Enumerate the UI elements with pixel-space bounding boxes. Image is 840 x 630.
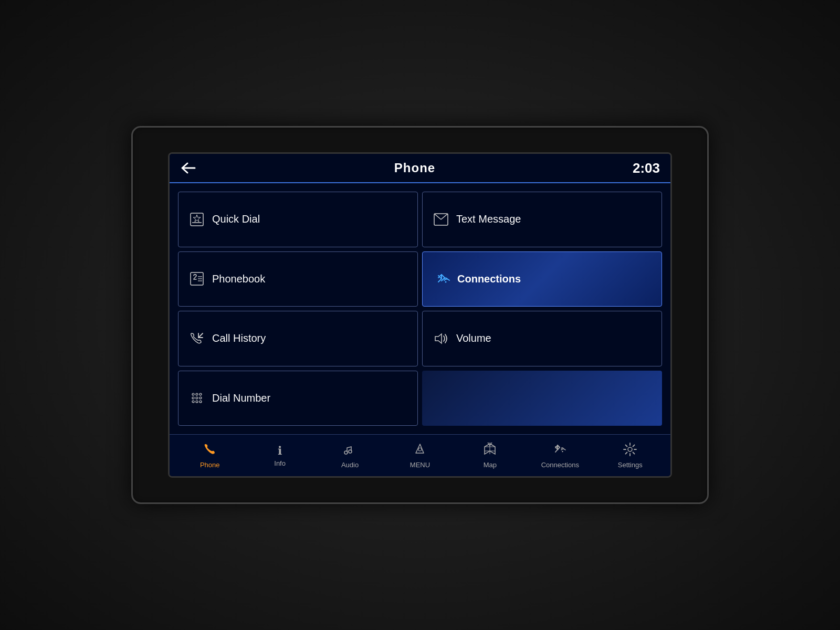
svg-point-15 (200, 393, 202, 395)
svg-point-19 (192, 401, 194, 403)
text-message-icon (433, 213, 449, 226)
quick-dial-button[interactable]: Quick Dial (178, 192, 418, 247)
unit-frame: Phone 2:03 Quick Dial (131, 126, 709, 504)
screen: Phone 2:03 Quick Dial (168, 152, 672, 478)
menu-nav-icon (413, 443, 427, 459)
dial-number-label: Dial Number (212, 392, 270, 404)
call-history-button[interactable]: Call History (178, 311, 418, 366)
text-message-label: Text Message (456, 213, 521, 225)
svg-point-23 (349, 450, 352, 453)
clock-display: 2:03 (633, 160, 660, 176)
main-menu-grid: Quick Dial Text Message (170, 183, 670, 434)
map-nav-label: Map (484, 461, 497, 469)
volume-button[interactable]: Volume (422, 311, 662, 366)
call-history-icon (189, 331, 205, 346)
audio-nav-icon (343, 443, 357, 459)
svg-point-14 (196, 393, 198, 395)
phonebook-icon (189, 271, 205, 286)
header: Phone 2:03 (170, 154, 670, 183)
phonebook-button[interactable]: Phonebook (178, 251, 418, 307)
svg-line-5 (441, 214, 448, 219)
settings-nav-icon (623, 443, 637, 459)
nav-menu[interactable]: MENU (396, 443, 444, 469)
nav-info[interactable]: ℹ Info (256, 444, 303, 467)
nav-map[interactable]: Map (466, 443, 513, 469)
connections-nav-label: Connections (541, 461, 579, 469)
info-nav-label: Info (274, 459, 286, 467)
nav-phone[interactable]: Phone (186, 443, 234, 469)
back-button[interactable] (180, 161, 197, 175)
phonebook-label: Phonebook (212, 273, 265, 285)
info-nav-icon: ℹ (278, 444, 282, 458)
phone-nav-icon (203, 443, 217, 459)
svg-marker-12 (435, 334, 442, 343)
svg-point-22 (344, 451, 348, 454)
volume-label: Volume (456, 332, 491, 344)
svg-point-24 (418, 448, 422, 451)
svg-point-20 (196, 401, 198, 403)
svg-marker-1 (193, 215, 201, 222)
svg-point-28 (628, 447, 632, 452)
car-surround: Phone 2:03 Quick Dial (0, 0, 840, 630)
audio-nav-label: Audio (341, 461, 359, 469)
connections-nav-icon (552, 443, 568, 459)
settings-nav-label: Settings (618, 461, 643, 469)
bottom-navigation: Phone ℹ Info Audio (170, 434, 670, 476)
connections-label: Connections (457, 273, 521, 285)
quick-dial-label: Quick Dial (212, 213, 260, 225)
svg-point-16 (192, 397, 194, 399)
text-message-button[interactable]: Text Message (422, 192, 662, 247)
phone-nav-label: Phone (200, 461, 220, 469)
svg-point-21 (200, 401, 202, 403)
svg-point-10 (445, 281, 447, 283)
map-nav-icon (484, 443, 496, 459)
svg-point-13 (192, 393, 194, 395)
back-arrow-icon (180, 161, 197, 175)
connections-icon (433, 271, 450, 286)
nav-connections[interactable]: Connections (537, 443, 584, 469)
connections-button[interactable]: Connections (422, 251, 662, 307)
nav-settings[interactable]: Settings (606, 443, 654, 469)
dial-number-icon (189, 391, 205, 405)
call-history-label: Call History (212, 332, 266, 344)
quick-dial-icon (189, 212, 205, 227)
volume-icon (433, 332, 449, 345)
svg-point-27 (562, 450, 563, 452)
svg-point-18 (200, 397, 202, 399)
empty-cell (422, 371, 662, 426)
svg-line-11 (198, 333, 203, 338)
nav-audio[interactable]: Audio (327, 443, 374, 469)
menu-nav-label: MENU (410, 461, 430, 469)
dial-number-button[interactable]: Dial Number (178, 371, 418, 426)
svg-point-17 (196, 397, 198, 399)
page-title: Phone (394, 161, 435, 175)
svg-line-4 (434, 214, 441, 219)
